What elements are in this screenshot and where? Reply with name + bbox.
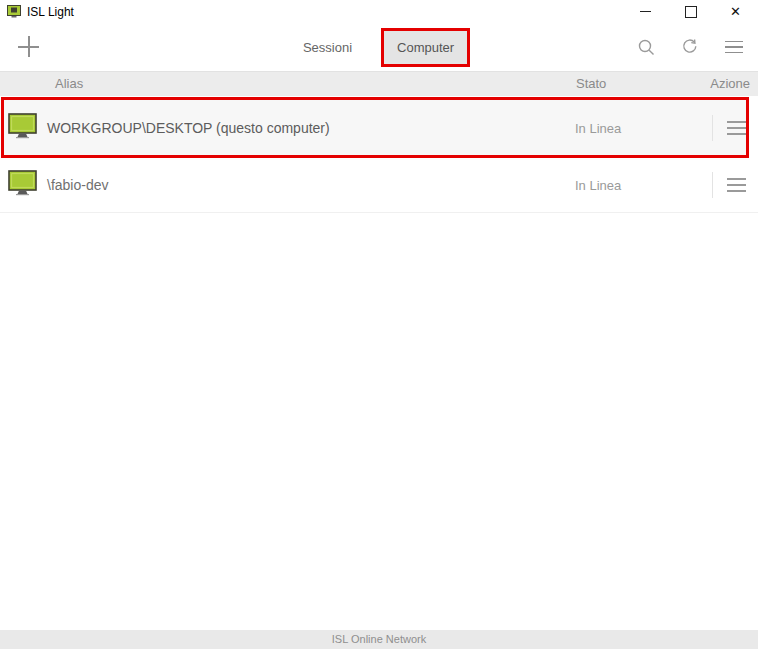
maximize-icon (685, 6, 697, 18)
table-header: Alias Stato Azione (0, 71, 758, 96)
divider (712, 172, 713, 198)
computer-alias: \fabio-dev (47, 177, 108, 193)
title-bar: ISL Light ✕ (0, 0, 758, 23)
computer-list: WORKGROUP\DESKTOP (questo computer) In L… (0, 97, 758, 213)
tab-sessioni[interactable]: Sessioni (288, 30, 367, 65)
close-icon: ✕ (730, 5, 741, 18)
row-action-button[interactable] (727, 121, 746, 135)
maximize-button[interactable] (668, 0, 713, 23)
tab-computer[interactable]: Computer (381, 28, 470, 67)
status-bar: ISL Online Network (0, 630, 758, 649)
header-alias: Alias (55, 72, 83, 96)
computer-icon (8, 170, 37, 200)
table-row-this-computer[interactable]: WORKGROUP\DESKTOP (questo computer) In L… (1, 97, 749, 158)
window-controls: ✕ (623, 0, 758, 23)
minimize-icon (640, 11, 651, 12)
menu-icon (725, 41, 743, 54)
search-button[interactable] (636, 37, 656, 57)
computer-alias: WORKGROUP\DESKTOP (questo computer) (47, 120, 330, 136)
table-row-fabio-dev[interactable]: \fabio-dev In Linea (0, 158, 758, 213)
search-icon (637, 38, 656, 57)
network-label: ISL Online Network (332, 633, 426, 645)
close-button[interactable]: ✕ (713, 0, 758, 23)
status-badge: In Linea (575, 178, 621, 193)
computer-icon (8, 113, 37, 143)
header-stato: Stato (576, 72, 606, 96)
minimize-button[interactable] (623, 0, 668, 23)
main-menu-button[interactable] (724, 37, 744, 57)
header-azione: Azione (710, 72, 750, 96)
row-action-button[interactable] (727, 178, 746, 192)
app-icon (7, 5, 21, 18)
refresh-icon (681, 38, 700, 57)
refresh-button[interactable] (680, 37, 700, 57)
divider (712, 115, 713, 141)
toolbar-icons (636, 23, 744, 71)
window-title: ISL Light (27, 5, 74, 19)
toolbar: Sessioni Computer (0, 23, 758, 71)
status-badge: In Linea (575, 120, 621, 135)
